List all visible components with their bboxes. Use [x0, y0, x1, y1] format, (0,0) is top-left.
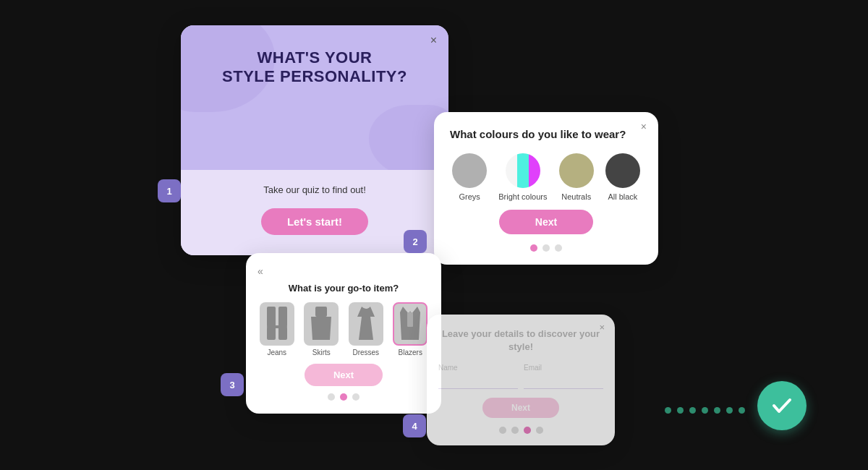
- card4-email-input[interactable]: [524, 374, 603, 389]
- card4-dot-1: [499, 427, 506, 434]
- card4-dot-2: [511, 427, 519, 434]
- card4-email-label: Email: [524, 364, 603, 372]
- trail-dot-4: [702, 407, 708, 414]
- skirt-icon-box: [304, 302, 339, 346]
- color-label-bright: Bright colours: [498, 192, 547, 201]
- card2-next-button[interactable]: Next: [499, 210, 593, 234]
- dresses-label: Dresses: [352, 349, 379, 356]
- svg-rect-7: [407, 312, 413, 327]
- color-options: Greys Bright colours Neutrals All black: [450, 153, 642, 201]
- card4-progress: [438, 427, 603, 434]
- dots-trail: [665, 407, 745, 414]
- jeans-label: Jeans: [267, 349, 286, 356]
- card3-dot-1: [328, 393, 335, 401]
- svg-rect-1: [278, 307, 287, 327]
- dot-1: [530, 244, 537, 252]
- card4-name-input[interactable]: [438, 374, 518, 389]
- skirts-label: Skirts: [312, 349, 331, 356]
- trail-dot-3: [689, 407, 696, 414]
- dress-icon-box: [349, 302, 383, 346]
- card1-subtitle: Take our quiz to find out!: [203, 184, 427, 195]
- card4-email-wrap: Email: [524, 364, 603, 389]
- trail-dot-1: [665, 407, 671, 414]
- card1-quiz-intro: × WHAT'S YOUR STYLE PERSONALITY? Take ou…: [181, 25, 448, 255]
- card1-close-button[interactable]: ×: [430, 34, 437, 47]
- card4-name-wrap: Name: [438, 364, 518, 389]
- card3-back-button[interactable]: «: [258, 265, 263, 277]
- card2-colours: × What colours do you like to wear? Grey…: [434, 112, 658, 265]
- card2-title: What colours do you like to wear?: [450, 128, 642, 140]
- card4-name-label: Name: [438, 364, 518, 372]
- jeans-icon-box: [260, 302, 294, 346]
- svg-rect-5: [315, 307, 327, 317]
- card4-inputs: Name Email: [438, 364, 603, 389]
- clothing-option-skirts[interactable]: Skirts: [304, 302, 339, 356]
- step-badge-1: 1: [158, 179, 181, 202]
- color-label-greys: Greys: [459, 192, 480, 201]
- trail-dot-2: [677, 407, 684, 414]
- dot-2: [542, 244, 550, 252]
- color-label-neutrals: Neutrals: [561, 192, 591, 201]
- color-option-greys[interactable]: Greys: [452, 153, 487, 201]
- svg-rect-0: [267, 307, 276, 327]
- card3-next-button[interactable]: Next: [305, 364, 383, 386]
- trail-dot-6: [726, 407, 733, 414]
- trail-dot-5: [714, 407, 720, 414]
- svg-rect-3: [267, 327, 276, 340]
- card3-goto-item: « What is your go-to item? Jeans: [246, 253, 441, 414]
- card4-next-button[interactable]: Next: [482, 398, 559, 418]
- color-option-black[interactable]: All black: [605, 153, 640, 201]
- card2-progress: [450, 244, 642, 252]
- card4-close-button[interactable]: ×: [599, 322, 605, 333]
- svg-rect-4: [278, 327, 287, 340]
- card4-dot-3: [524, 427, 531, 434]
- color-option-bright[interactable]: Bright colours: [498, 153, 547, 201]
- card4-title: Leave your details to discover your styl…: [438, 328, 603, 354]
- step-badge-4: 4: [403, 414, 426, 437]
- clothing-option-blazers[interactable]: Blazers: [393, 302, 427, 356]
- blazers-label: Blazers: [399, 349, 422, 356]
- color-circle-grey: [452, 153, 487, 188]
- card3-dot-3: [352, 393, 359, 401]
- clothing-option-dresses[interactable]: Dresses: [349, 302, 383, 356]
- trail-dot-7: [739, 407, 745, 414]
- color-circle-neutrals: [559, 153, 594, 188]
- card4-details: × Leave your details to discover your st…: [427, 315, 615, 445]
- clothing-option-jeans[interactable]: Jeans: [260, 302, 294, 356]
- card4-dot-4: [536, 427, 543, 434]
- color-option-neutrals[interactable]: Neutrals: [559, 153, 594, 201]
- step-badge-2: 2: [404, 230, 427, 253]
- clothing-options: Jeans Skirts Dresses: [258, 302, 430, 356]
- card2-close-button[interactable]: ×: [641, 121, 647, 132]
- checkmark-icon: [769, 393, 795, 419]
- complete-badge: [757, 381, 807, 430]
- card3-progress: [258, 393, 430, 401]
- card1-title: WHAT'S YOUR STYLE PERSONALITY?: [203, 48, 427, 87]
- color-label-black: All black: [608, 192, 637, 201]
- card3-dot-2: [340, 393, 347, 401]
- svg-marker-6: [311, 317, 331, 340]
- blazer-icon-box: [393, 302, 427, 346]
- card3-title: What is your go-to item?: [258, 283, 430, 294]
- step-badge-3: 3: [221, 373, 244, 396]
- dot-3: [555, 244, 562, 252]
- color-circle-bright: [506, 153, 540, 188]
- color-circle-black: [605, 153, 640, 188]
- start-button[interactable]: Let's start!: [261, 208, 368, 235]
